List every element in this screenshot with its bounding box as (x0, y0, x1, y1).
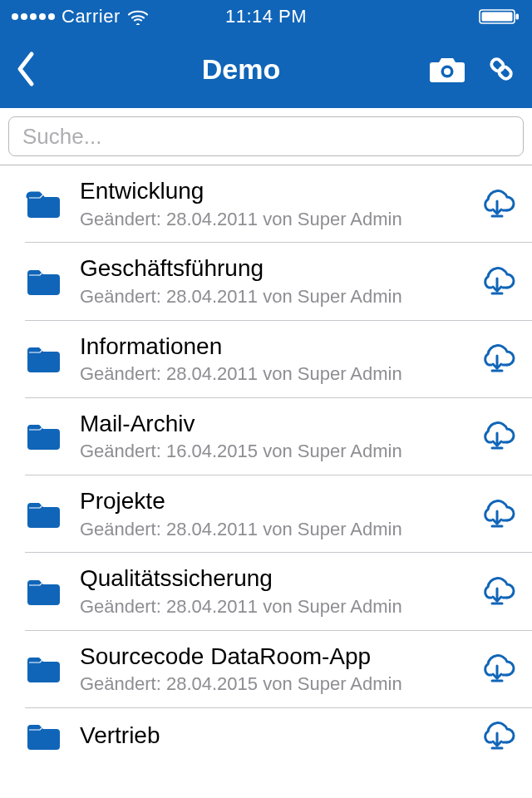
svg-rect-2 (516, 14, 520, 20)
svg-rect-5 (490, 57, 505, 73)
list-item-text: Mail-Archiv Geändert: 16.04.2015 von Sup… (63, 410, 474, 464)
search-container (0, 108, 532, 165)
list-item-title: Sourcecode DataRoom-App (80, 643, 474, 671)
list-item-text: Sourcecode DataRoom-App Geändert: 28.04.… (63, 643, 474, 697)
folder-icon (25, 576, 63, 608)
cloud-download-icon (477, 420, 517, 453)
list-item-title: Vertrieb (80, 722, 474, 750)
list-item-text: Projekte Geändert: 28.04.2011 von Super … (63, 487, 474, 541)
cloud-download-icon (477, 498, 517, 531)
list-item-text: Entwicklung Geändert: 28.04.2011 von Sup… (63, 177, 474, 231)
search-input[interactable] (8, 116, 524, 156)
list-item-subtitle: Geändert: 28.04.2011 von Super Admin (80, 207, 474, 232)
status-bar: Carrier 11:14 PM (0, 0, 532, 33)
camera-icon (429, 54, 466, 84)
cloud-download-icon (477, 653, 517, 686)
list-item-subtitle: Geändert: 28.04.2011 von Super Admin (80, 362, 474, 387)
list-item-subtitle: Geändert: 28.04.2011 von Super Admin (80, 517, 474, 542)
folder-icon (25, 421, 63, 452)
status-time: 11:14 PM (225, 6, 307, 27)
cloud-download-button[interactable] (474, 188, 517, 221)
page-title: Demo (65, 53, 417, 86)
status-left: Carrier (12, 6, 225, 27)
cloud-download-button[interactable] (474, 265, 517, 298)
folder-icon (25, 499, 63, 530)
cloud-download-button[interactable] (474, 342, 517, 376)
status-right (307, 8, 520, 25)
list-item-title: Projekte (80, 487, 474, 515)
list-item-title: Mail-Archiv (80, 410, 474, 438)
list-item-title: Entwicklung (80, 177, 474, 205)
signal-dots-icon (12, 13, 55, 20)
cloud-download-button[interactable] (474, 498, 517, 531)
battery-icon (479, 8, 520, 25)
list-item[interactable]: Geschäftsführung Geändert: 28.04.2011 vo… (0, 243, 532, 320)
list-item-title: Geschäftsführung (80, 254, 474, 283)
svg-rect-6 (497, 65, 513, 81)
list-item[interactable]: Qualitätssicherung Geändert: 28.04.2011 … (0, 553, 532, 630)
list-item-title: Qualitätssicherung (80, 564, 474, 593)
folder-icon (25, 721, 63, 752)
cloud-download-button[interactable] (474, 575, 517, 608)
cloud-download-icon (477, 342, 517, 376)
list-item[interactable]: Mail-Archiv Geändert: 16.04.2015 von Sup… (0, 398, 532, 475)
wifi-icon (127, 8, 149, 25)
cloud-download-button[interactable] (474, 720, 517, 753)
list-item-text: Vertrieb (63, 722, 474, 751)
folder-icon (25, 653, 63, 685)
folder-icon (25, 189, 63, 220)
cloud-download-button[interactable] (474, 653, 517, 686)
list-item[interactable]: Vertrieb (0, 708, 532, 753)
folder-icon (25, 266, 63, 298)
link-button[interactable] (485, 53, 517, 85)
carrier-label: Carrier (62, 6, 121, 27)
list-item-subtitle: Geändert: 28.04.2011 von Super Admin (80, 284, 474, 309)
list-item[interactable]: Informationen Geändert: 28.04.2011 von S… (0, 321, 532, 398)
list-item[interactable]: Sourcecode DataRoom-App Geändert: 28.04.… (0, 631, 532, 708)
nav-actions (417, 53, 517, 85)
chevron-left-icon (15, 51, 37, 87)
list-item[interactable]: Entwicklung Geändert: 28.04.2011 von Sup… (0, 165, 532, 243)
svg-point-4 (444, 68, 451, 75)
list-item-subtitle: Geändert: 28.04.2015 von Super Admin (80, 672, 474, 697)
cloud-download-button[interactable] (474, 420, 517, 453)
list-item-text: Qualitätssicherung Geändert: 28.04.2011 … (63, 564, 474, 618)
list-item-subtitle: Geändert: 16.04.2015 von Super Admin (80, 439, 474, 464)
cloud-download-icon (477, 265, 517, 298)
list-item-title: Informationen (80, 332, 474, 361)
folder-icon (25, 343, 63, 375)
folder-list: Entwicklung Geändert: 28.04.2011 von Sup… (0, 165, 532, 753)
list-item[interactable]: Projekte Geändert: 28.04.2011 von Super … (0, 475, 532, 553)
cloud-download-icon (477, 575, 517, 608)
list-item-text: Geschäftsführung Geändert: 28.04.2011 vo… (63, 254, 474, 308)
svg-rect-1 (482, 12, 513, 22)
link-icon (485, 53, 517, 85)
list-item-text: Informationen Geändert: 28.04.2011 von S… (63, 332, 474, 387)
nav-bar: Demo (0, 33, 532, 108)
cloud-download-icon (477, 720, 517, 753)
back-button[interactable] (15, 51, 65, 87)
camera-button[interactable] (429, 54, 466, 84)
cloud-download-icon (477, 188, 517, 221)
list-item-subtitle: Geändert: 28.04.2011 von Super Admin (80, 594, 474, 619)
